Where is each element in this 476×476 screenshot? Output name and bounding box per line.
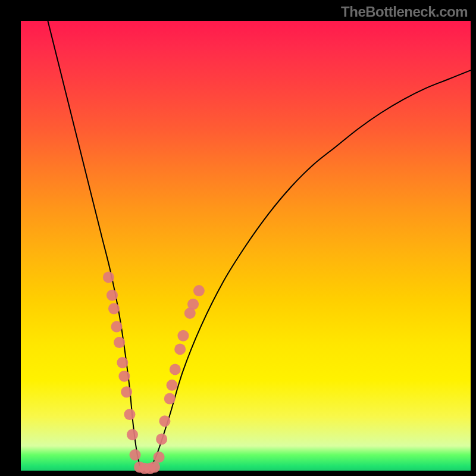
bottleneck-curve-path xyxy=(48,21,471,472)
marker-dot xyxy=(118,371,130,382)
marker-dot xyxy=(127,429,138,440)
marker-dot xyxy=(193,285,205,296)
marker-dot xyxy=(164,393,176,405)
plot-area xyxy=(21,21,471,471)
watermark-text: TheBottleneck.com xyxy=(341,4,468,20)
bottleneck-curve xyxy=(48,21,471,472)
marker-dot xyxy=(103,271,114,283)
marker-dot xyxy=(117,357,128,368)
marker-dot xyxy=(170,364,181,375)
marker-dot xyxy=(167,380,178,391)
marker-dot xyxy=(124,409,135,420)
marker-dot xyxy=(130,449,141,461)
marker-dot xyxy=(121,386,132,397)
marker-dot xyxy=(149,461,160,472)
marker-dot xyxy=(107,290,118,301)
marker-dot xyxy=(177,330,189,342)
marker-dot xyxy=(187,299,199,310)
curve-layer xyxy=(21,21,471,471)
marker-dot xyxy=(108,303,120,314)
marker-dot xyxy=(156,434,167,445)
chart-frame: TheBottleneck.com xyxy=(0,0,476,476)
marker-dots xyxy=(103,271,205,474)
marker-dot xyxy=(159,415,170,427)
marker-dot xyxy=(174,343,186,355)
marker-dot xyxy=(114,337,125,348)
marker-dot xyxy=(154,452,165,463)
marker-dot xyxy=(111,321,123,333)
